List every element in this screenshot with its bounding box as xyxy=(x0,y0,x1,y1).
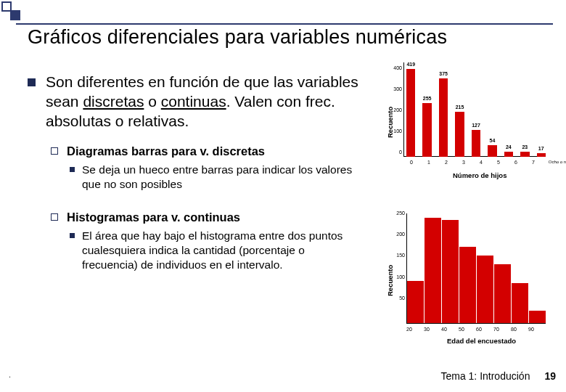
histogram-bar xyxy=(424,218,442,323)
title-rule xyxy=(16,23,553,25)
main-bullet-text: Son diferentes en función de que las var… xyxy=(46,73,369,131)
bar: 419 xyxy=(406,69,415,157)
chart2-plot-area xyxy=(406,213,546,324)
bar: 127 xyxy=(472,130,480,157)
sub-heading-1: Diagramas barras para v. discretas xyxy=(67,144,265,158)
bar: 255 xyxy=(422,103,431,157)
sub-body-1: Se deja un hueco entre barras para indic… xyxy=(82,163,358,192)
footer-text: Tema 1: Introdución xyxy=(440,370,530,382)
bar: 23 xyxy=(520,152,529,157)
histogram-bar xyxy=(477,256,494,323)
slide-title: Gráficos diferenciales para variables nu… xyxy=(28,26,447,49)
sub-body-2: El área que hay bajo el histograma entre… xyxy=(82,229,358,272)
bar: 375 xyxy=(439,78,448,157)
histogram-bar xyxy=(529,311,546,323)
bullet-small-square-icon xyxy=(70,233,75,238)
chart1-plot-area: 41925537521512754242317 xyxy=(403,62,546,157)
histogram-bar xyxy=(459,247,477,323)
histogram-bar xyxy=(512,283,529,323)
chart1-xlabel: Número de hijos xyxy=(453,171,506,179)
chart2-xlabel: Edad del encuestado xyxy=(447,337,516,345)
bullet-square-icon xyxy=(28,78,36,86)
histogram-bar xyxy=(494,264,512,323)
page-number: 19 xyxy=(544,370,556,382)
histogram-bar xyxy=(442,220,459,323)
bar: 17 xyxy=(537,153,546,157)
histogram-bar xyxy=(407,281,424,323)
bar: 24 xyxy=(504,152,513,157)
bar: 54 xyxy=(488,145,496,157)
bar: 215 xyxy=(455,112,464,157)
histogram-continuous: Recuento 50100150200250 2030405060708090… xyxy=(383,209,553,348)
slide-body: Son diferentes en función de que las var… xyxy=(28,73,369,291)
bullet-small-square-icon xyxy=(70,167,75,172)
bullet-outline-square-icon xyxy=(51,213,58,221)
slide-footer: Tema 1: Introdución 19 xyxy=(0,370,556,382)
sub-heading-2: Histogramas para v. continuas xyxy=(67,211,240,224)
bar-chart-discrete: Recuento 0100200300400 41925537521512754… xyxy=(383,58,553,183)
bullet-outline-square-icon xyxy=(51,147,58,155)
